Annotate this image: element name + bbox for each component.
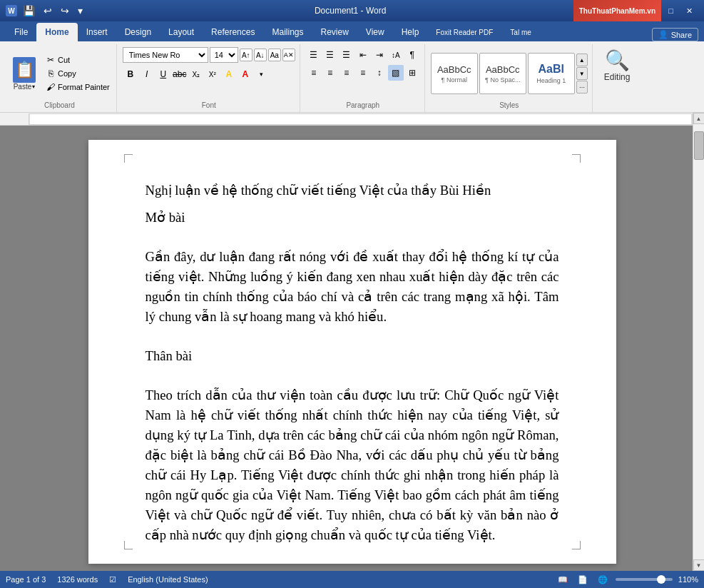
document-para1: Gần đây, dư luận đang rất nóng với đề xu… xyxy=(146,247,559,327)
numbering-btn[interactable]: ☰ xyxy=(322,47,338,63)
styles-more[interactable]: ⋯ xyxy=(576,81,588,93)
more-font-btn[interactable]: ▾ xyxy=(254,66,270,82)
paragraph-label: Paragraph xyxy=(346,100,379,111)
style-heading1-label: Heading 1 xyxy=(536,77,566,84)
redo-btn[interactable]: ↪ xyxy=(58,4,72,18)
scroll-down-btn[interactable]: ▼ xyxy=(693,559,705,571)
font-label: Font xyxy=(202,100,216,111)
underline-btn[interactable]: U xyxy=(155,66,171,82)
styles-content: AaBbCc ¶ Normal AaBbCc ¶ No Spac... AaBl… xyxy=(431,46,588,100)
zoom-slider[interactable] xyxy=(616,578,673,581)
tab-layout[interactable]: Layout xyxy=(160,23,203,41)
clipboard-content: 📋 Paste ▾ ✂ Cut ⎘ Copy xyxy=(7,46,112,100)
line-spacing-btn[interactable]: ↕ xyxy=(372,65,387,81)
cut-button[interactable]: ✂ Cut xyxy=(43,54,112,66)
word-count-text: 1326 words xyxy=(57,575,98,584)
style-nospace-label: ¶ No Spac... xyxy=(485,76,520,83)
increase-indent-btn[interactable]: ⇥ xyxy=(372,47,387,63)
font-name-select[interactable]: Times New Ro xyxy=(123,47,208,63)
borders-btn[interactable]: ⊞ xyxy=(404,65,420,81)
editing-icon: 🔍 xyxy=(605,49,630,72)
font-color-btn[interactable]: A xyxy=(238,66,253,82)
font-content: Times New Ro 14 A↑ A↓ Aa A✕ B I U abc X₂ xyxy=(123,46,295,100)
status-right: 📖 📄 🌐 110% xyxy=(556,574,698,586)
document-container[interactable]: Nghị luận về hệ thống chữ viết tiếng Việ… xyxy=(0,126,704,571)
track-changes-icon: ☑ xyxy=(109,575,116,584)
shading-btn[interactable]: ▧ xyxy=(388,65,404,81)
tab-references[interactable]: References xyxy=(203,23,263,41)
tab-home[interactable]: Home xyxy=(36,23,77,41)
styles-scroll-up[interactable]: ▲ xyxy=(576,54,588,66)
align-right-btn[interactable]: ≡ xyxy=(339,65,354,81)
italic-btn[interactable]: I xyxy=(139,66,155,82)
multilevel-btn[interactable]: ☰ xyxy=(339,47,354,63)
align-left-btn[interactable]: ≡ xyxy=(306,65,322,81)
style-heading1[interactable]: AaBl Heading 1 xyxy=(528,53,575,94)
tab-file[interactable]: File xyxy=(6,23,36,41)
scroll-track[interactable] xyxy=(693,124,704,559)
scroll-up-btn[interactable]: ▲ xyxy=(693,113,705,124)
copy-button[interactable]: ⎘ Copy xyxy=(43,67,112,80)
tab-insert[interactable]: Insert xyxy=(78,23,116,41)
format-painter-icon: 🖌 xyxy=(45,81,56,93)
tab-view[interactable]: View xyxy=(357,23,393,41)
web-view-btn[interactable]: 🌐 xyxy=(596,574,610,586)
document-page: Nghị luận về hệ thống chữ viết tiếng Việ… xyxy=(88,140,616,564)
show-formatting-btn[interactable]: ¶ xyxy=(404,47,420,63)
scroll-thumb[interactable] xyxy=(694,131,704,160)
styles-scroll-down[interactable]: ▼ xyxy=(576,67,588,80)
vertical-scrollbar[interactable]: ▲ ▼ xyxy=(693,113,704,571)
format-painter-button[interactable]: 🖌 Format Painter xyxy=(43,81,112,93)
bold-btn[interactable]: B xyxy=(123,66,138,82)
ribbon-tabs-bar: File Home Insert Design Layout Reference… xyxy=(0,21,704,41)
change-case-btn[interactable]: Aa xyxy=(268,49,281,61)
subscript-btn[interactable]: X₂ xyxy=(188,66,204,82)
restore-btn[interactable]: □ xyxy=(663,5,679,16)
undo-btn[interactable]: ↩ xyxy=(41,4,55,18)
shrink-font-btn[interactable]: A↓ xyxy=(254,49,267,61)
style-normal[interactable]: AaBbCc ¶ Normal xyxy=(431,53,478,94)
page-info-text: Page 1 of 3 xyxy=(6,575,46,584)
decrease-indent-btn[interactable]: ⇤ xyxy=(355,47,371,63)
document-para2: Theo trích dẫn của thư viện toàn cầu đượ… xyxy=(146,385,559,545)
superscript-btn[interactable]: X² xyxy=(205,66,220,82)
font-group: Times New Ro 14 A↑ A↓ Aa A✕ B I U abc X₂ xyxy=(118,44,300,112)
save-quick-btn[interactable]: 💾 xyxy=(20,4,38,18)
tab-help[interactable]: Help xyxy=(393,23,428,41)
read-view-btn[interactable]: 📖 xyxy=(556,574,570,586)
ruler-svg xyxy=(29,114,692,125)
clear-formatting-btn[interactable]: A✕ xyxy=(282,49,295,61)
para-row-2: ≡ ≡ ≡ ≡ ↕ ▧ ⊞ xyxy=(306,65,420,81)
brand-text: ThuThuatPhanMem.vn xyxy=(579,7,655,15)
language-text: English (United States) xyxy=(128,575,208,584)
paste-button[interactable]: 📋 Paste ▾ xyxy=(7,54,41,93)
tab-mailings[interactable]: Mailings xyxy=(263,23,312,41)
share-button[interactable]: 👤 Share xyxy=(652,28,698,41)
style-heading1-preview: AaBl xyxy=(539,63,564,76)
print-view-btn[interactable]: 📄 xyxy=(576,574,590,586)
status-bar: Page 1 of 3 1326 words ☑ English (United… xyxy=(0,571,704,588)
tab-review[interactable]: Review xyxy=(312,23,357,41)
customize-btn[interactable]: ▾ xyxy=(75,4,86,18)
tab-foxit[interactable]: Foxit Reader PDF xyxy=(427,23,501,41)
clipboard-group: 📋 Paste ▾ ✂ Cut ⎘ Copy xyxy=(3,44,117,112)
tab-talme[interactable]: Tal me xyxy=(501,23,539,41)
highlight-color-btn[interactable]: A xyxy=(221,66,237,82)
tab-design[interactable]: Design xyxy=(116,23,160,41)
zoom-thumb[interactable] xyxy=(657,575,665,584)
word-count-item: 1326 words xyxy=(57,575,98,584)
strikethrough-btn[interactable]: abc xyxy=(172,66,188,82)
close-btn[interactable]: ✕ xyxy=(680,5,698,17)
bullets-btn[interactable]: ☰ xyxy=(306,47,322,63)
word-icon: W xyxy=(6,5,17,16)
page-info-item: Page 1 of 3 xyxy=(6,575,46,584)
paste-icon: 📋 xyxy=(13,57,36,83)
grow-font-btn[interactable]: A↑ xyxy=(240,49,252,61)
style-nospace[interactable]: AaBbCc ¶ No Spac... xyxy=(479,53,526,94)
font-size-select[interactable]: 14 xyxy=(210,47,238,63)
align-center-btn[interactable]: ≡ xyxy=(322,65,338,81)
paragraph-content: ☰ ☰ ☰ ⇤ ⇥ ↕A ¶ ≡ ≡ ≡ ≡ ↕ ▧ ⊞ xyxy=(306,46,420,100)
title-bar-left: W 💾 ↩ ↪ ▾ xyxy=(6,4,86,18)
sort-btn[interactable]: ↕A xyxy=(388,47,404,63)
justify-btn[interactable]: ≡ xyxy=(355,65,371,81)
